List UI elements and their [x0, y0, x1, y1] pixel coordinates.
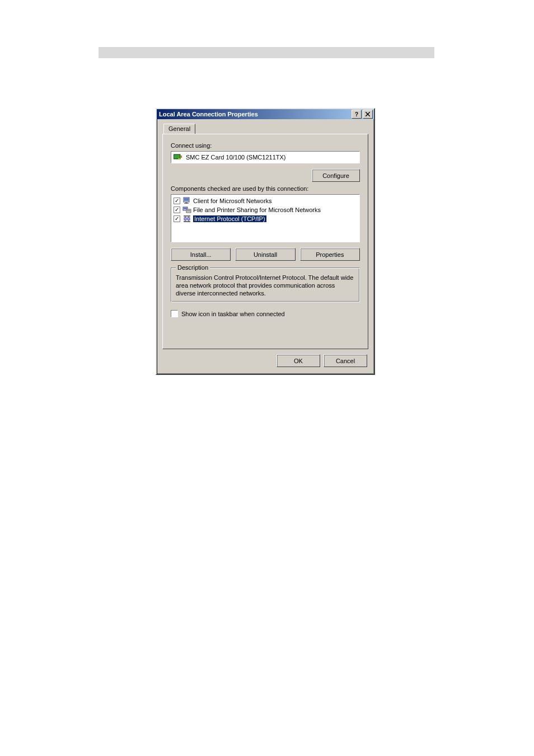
- components-label: Components checked are used by this conn…: [171, 185, 360, 192]
- general-tab-panel: Connect using: SMC EZ Card 10/100 (SMC12…: [162, 134, 368, 349]
- close-button[interactable]: [363, 110, 373, 119]
- description-legend: Description: [176, 264, 210, 271]
- checkbox[interactable]: [174, 206, 180, 213]
- svg-rect-19: [188, 218, 190, 220]
- uninstall-button[interactable]: Uninstall: [235, 248, 295, 261]
- list-item[interactable]: File and Printer Sharing for Microsoft N…: [174, 205, 357, 214]
- svg-rect-18: [184, 218, 186, 220]
- show-icon-row[interactable]: Show icon in taskbar when connected: [171, 310, 360, 317]
- svg-rect-3: [174, 155, 180, 158]
- ok-button[interactable]: OK: [277, 354, 320, 367]
- cancel-button[interactable]: Cancel: [324, 354, 367, 367]
- svg-rect-9: [184, 203, 189, 204]
- description-text: Transmission Control Protocol/Internet P…: [176, 274, 355, 297]
- description-groupbox: Description Transmission Control Protoco…: [171, 267, 360, 302]
- nic-icon: [174, 153, 182, 161]
- svg-rect-7: [184, 198, 189, 201]
- configure-button[interactable]: Configure: [312, 169, 360, 182]
- connection-properties-dialog: Local Area Connection Properties ? Gener…: [156, 108, 375, 375]
- service-icon: [182, 205, 191, 214]
- protocol-icon: [182, 214, 191, 223]
- show-icon-checkbox[interactable]: [171, 310, 178, 317]
- connect-using-label: Connect using:: [171, 142, 360, 149]
- list-item[interactable]: Client for Microsoft Networks: [174, 196, 357, 205]
- show-icon-label: Show icon in taskbar when connected: [181, 311, 285, 317]
- checkbox[interactable]: [174, 198, 180, 204]
- page-header-bar: [99, 47, 434, 58]
- help-button[interactable]: ?: [352, 110, 362, 119]
- close-icon: [366, 112, 370, 116]
- list-item-label: File and Printer Sharing for Microsoft N…: [193, 206, 321, 213]
- install-button[interactable]: Install...: [171, 248, 231, 261]
- tab-general[interactable]: General: [163, 124, 195, 134]
- svg-point-5: [179, 158, 180, 160]
- adapter-name: SMC EZ Card 10/100 (SMC1211TX): [186, 154, 286, 161]
- titlebar[interactable]: Local Area Connection Properties ?: [157, 109, 374, 119]
- client-icon: [182, 196, 191, 205]
- adapter-field: SMC EZ Card 10/100 (SMC1211TX): [171, 151, 360, 163]
- svg-rect-4: [180, 156, 182, 158]
- help-icon: ?: [355, 111, 358, 118]
- checkbox[interactable]: [174, 215, 180, 222]
- svg-rect-8: [185, 202, 188, 203]
- components-listbox[interactable]: Client for Microsoft Networks File and P…: [171, 194, 360, 242]
- list-item-label: Internet Protocol (TCP/IP): [193, 215, 266, 222]
- list-item[interactable]: Internet Protocol (TCP/IP): [174, 214, 357, 223]
- svg-rect-13: [187, 210, 190, 212]
- list-item-label: Client for Microsoft Networks: [193, 198, 272, 204]
- dialog-title: Local Area Connection Properties: [158, 111, 350, 118]
- properties-button[interactable]: Properties: [300, 248, 360, 261]
